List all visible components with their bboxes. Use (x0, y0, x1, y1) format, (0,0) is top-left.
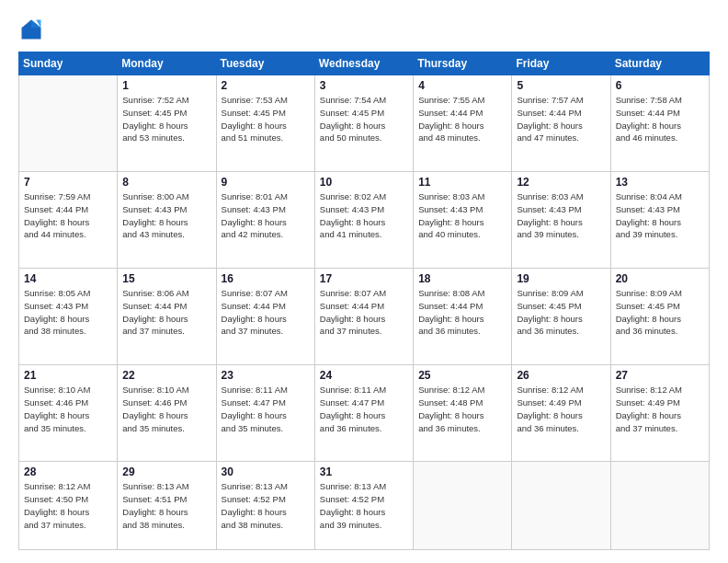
calendar-cell: 10Sunrise: 8:02 AM Sunset: 4:43 PM Dayli… (314, 172, 413, 269)
day-info: Sunrise: 8:12 AM Sunset: 4:49 PM Dayligh… (517, 384, 605, 434)
col-header-wednesday: Wednesday (314, 52, 413, 75)
col-header-saturday: Saturday (610, 52, 709, 75)
day-info: Sunrise: 8:12 AM Sunset: 4:50 PM Dayligh… (24, 480, 112, 531)
calendar-cell: 21Sunrise: 8:10 AM Sunset: 4:46 PM Dayli… (19, 365, 118, 462)
calendar-week-2: 14Sunrise: 8:05 AM Sunset: 4:43 PM Dayli… (19, 269, 710, 365)
day-info: Sunrise: 7:53 AM Sunset: 4:45 PM Dayligh… (222, 94, 310, 144)
day-number: 18 (418, 272, 506, 285)
col-header-friday: Friday (512, 52, 610, 75)
day-number: 12 (517, 176, 605, 189)
day-info: Sunrise: 8:08 AM Sunset: 4:44 PM Dayligh… (418, 287, 506, 338)
calendar-cell: 8Sunrise: 8:00 AM Sunset: 4:43 PM Daylig… (118, 172, 216, 269)
day-number: 14 (24, 272, 112, 285)
calendar-cell: 3Sunrise: 7:54 AM Sunset: 4:45 PM Daylig… (314, 75, 413, 172)
col-header-thursday: Thursday (414, 52, 512, 75)
day-info: Sunrise: 8:06 AM Sunset: 4:44 PM Dayligh… (122, 287, 210, 338)
col-header-sunday: Sunday (19, 52, 118, 75)
page: SundayMondayTuesdayWednesdayThursdayFrid… (0, 0, 728, 563)
day-info: Sunrise: 8:13 AM Sunset: 4:52 PM Dayligh… (320, 480, 408, 531)
day-info: Sunrise: 8:01 AM Sunset: 4:43 PM Dayligh… (222, 190, 310, 241)
calendar-header-row: SundayMondayTuesdayWednesdayThursdayFrid… (19, 52, 710, 75)
day-info: Sunrise: 8:10 AM Sunset: 4:46 PM Dayligh… (122, 384, 210, 434)
calendar-week-0: 1Sunrise: 7:52 AM Sunset: 4:45 PM Daylig… (19, 75, 710, 172)
calendar-cell: 17Sunrise: 8:07 AM Sunset: 4:44 PM Dayli… (314, 269, 413, 365)
day-info: Sunrise: 7:55 AM Sunset: 4:44 PM Dayligh… (418, 94, 506, 144)
day-number: 31 (320, 465, 408, 478)
day-number: 26 (517, 369, 605, 382)
calendar-week-3: 21Sunrise: 8:10 AM Sunset: 4:46 PM Dayli… (19, 365, 710, 462)
calendar-cell: 9Sunrise: 8:01 AM Sunset: 4:43 PM Daylig… (216, 172, 314, 269)
day-number: 23 (222, 369, 310, 382)
calendar-cell: 6Sunrise: 7:58 AM Sunset: 4:44 PM Daylig… (610, 75, 709, 172)
calendar-cell: 16Sunrise: 8:07 AM Sunset: 4:44 PM Dayli… (216, 269, 314, 365)
calendar-cell: 20Sunrise: 8:09 AM Sunset: 4:45 PM Dayli… (610, 269, 709, 365)
day-info: Sunrise: 8:10 AM Sunset: 4:46 PM Dayligh… (24, 384, 112, 434)
day-number: 25 (418, 369, 506, 382)
calendar-cell (19, 75, 118, 172)
day-number: 27 (616, 369, 704, 382)
day-info: Sunrise: 8:03 AM Sunset: 4:43 PM Dayligh… (517, 190, 605, 241)
day-number: 17 (320, 272, 408, 285)
day-number: 7 (24, 176, 112, 189)
calendar-cell: 12Sunrise: 8:03 AM Sunset: 4:43 PM Dayli… (512, 172, 610, 269)
day-info: Sunrise: 8:00 AM Sunset: 4:43 PM Dayligh… (122, 190, 210, 241)
calendar-cell: 4Sunrise: 7:55 AM Sunset: 4:44 PM Daylig… (414, 75, 512, 172)
col-header-tuesday: Tuesday (216, 52, 314, 75)
day-number: 2 (222, 79, 310, 92)
day-number: 22 (122, 369, 210, 382)
day-info: Sunrise: 8:09 AM Sunset: 4:45 PM Dayligh… (517, 287, 605, 338)
calendar-cell: 15Sunrise: 8:06 AM Sunset: 4:44 PM Dayli… (118, 269, 216, 365)
day-info: Sunrise: 8:05 AM Sunset: 4:43 PM Dayligh… (24, 287, 112, 338)
header (18, 17, 710, 42)
day-number: 28 (24, 465, 112, 478)
calendar-cell: 29Sunrise: 8:13 AM Sunset: 4:51 PM Dayli… (118, 462, 216, 550)
day-info: Sunrise: 8:07 AM Sunset: 4:44 PM Dayligh… (222, 287, 310, 338)
calendar-cell: 11Sunrise: 8:03 AM Sunset: 4:43 PM Dayli… (414, 172, 512, 269)
calendar-week-4: 28Sunrise: 8:12 AM Sunset: 4:50 PM Dayli… (19, 462, 710, 550)
day-info: Sunrise: 8:11 AM Sunset: 4:47 PM Dayligh… (320, 384, 408, 434)
day-info: Sunrise: 7:58 AM Sunset: 4:44 PM Dayligh… (616, 94, 704, 144)
day-info: Sunrise: 7:52 AM Sunset: 4:45 PM Dayligh… (122, 94, 210, 144)
day-info: Sunrise: 8:11 AM Sunset: 4:47 PM Dayligh… (222, 384, 310, 434)
day-number: 6 (616, 79, 704, 92)
day-number: 16 (222, 272, 310, 285)
calendar-cell: 26Sunrise: 8:12 AM Sunset: 4:49 PM Dayli… (512, 365, 610, 462)
calendar-cell: 22Sunrise: 8:10 AM Sunset: 4:46 PM Dayli… (118, 365, 216, 462)
calendar-cell: 14Sunrise: 8:05 AM Sunset: 4:43 PM Dayli… (19, 269, 118, 365)
day-info: Sunrise: 8:13 AM Sunset: 4:51 PM Dayligh… (122, 480, 210, 531)
calendar-cell: 1Sunrise: 7:52 AM Sunset: 4:45 PM Daylig… (118, 75, 216, 172)
day-number: 3 (320, 79, 408, 92)
calendar-cell: 13Sunrise: 8:04 AM Sunset: 4:43 PM Dayli… (610, 172, 709, 269)
day-number: 15 (122, 272, 210, 285)
day-number: 10 (320, 176, 408, 189)
calendar-cell (414, 462, 512, 550)
day-number: 20 (616, 272, 704, 285)
calendar-cell: 28Sunrise: 8:12 AM Sunset: 4:50 PM Dayli… (19, 462, 118, 550)
calendar-cell: 7Sunrise: 7:59 AM Sunset: 4:44 PM Daylig… (19, 172, 118, 269)
day-info: Sunrise: 8:09 AM Sunset: 4:45 PM Dayligh… (616, 287, 704, 338)
day-number: 21 (24, 369, 112, 382)
day-info: Sunrise: 7:59 AM Sunset: 4:44 PM Dayligh… (24, 190, 112, 241)
day-info: Sunrise: 8:12 AM Sunset: 4:48 PM Dayligh… (418, 384, 506, 434)
calendar-cell (512, 462, 610, 550)
calendar-cell: 5Sunrise: 7:57 AM Sunset: 4:44 PM Daylig… (512, 75, 610, 172)
day-info: Sunrise: 7:54 AM Sunset: 4:45 PM Dayligh… (320, 94, 408, 144)
day-info: Sunrise: 7:57 AM Sunset: 4:44 PM Dayligh… (517, 94, 605, 144)
day-number: 24 (320, 369, 408, 382)
day-number: 8 (122, 176, 210, 189)
calendar-cell: 25Sunrise: 8:12 AM Sunset: 4:48 PM Dayli… (414, 365, 512, 462)
day-info: Sunrise: 8:13 AM Sunset: 4:52 PM Dayligh… (222, 480, 310, 531)
day-info: Sunrise: 8:04 AM Sunset: 4:43 PM Dayligh… (616, 190, 704, 241)
day-info: Sunrise: 8:12 AM Sunset: 4:49 PM Dayligh… (616, 384, 704, 434)
calendar-table: SundayMondayTuesdayWednesdayThursdayFrid… (18, 52, 710, 550)
calendar-cell: 31Sunrise: 8:13 AM Sunset: 4:52 PM Dayli… (314, 462, 413, 550)
calendar-cell: 24Sunrise: 8:11 AM Sunset: 4:47 PM Dayli… (314, 365, 413, 462)
day-number: 5 (517, 79, 605, 92)
day-number: 11 (418, 176, 506, 189)
logo-icon (18, 17, 44, 42)
day-number: 1 (122, 79, 210, 92)
day-info: Sunrise: 8:07 AM Sunset: 4:44 PM Dayligh… (320, 287, 408, 338)
calendar-cell (610, 462, 709, 550)
calendar-cell: 30Sunrise: 8:13 AM Sunset: 4:52 PM Dayli… (216, 462, 314, 550)
calendar-week-1: 7Sunrise: 7:59 AM Sunset: 4:44 PM Daylig… (19, 172, 710, 269)
